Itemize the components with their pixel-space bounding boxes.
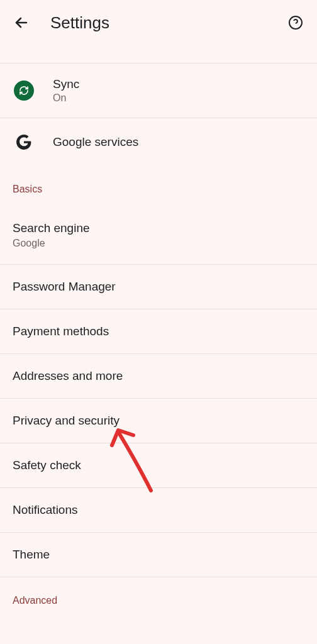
addresses-label: Addresses and more bbox=[13, 369, 304, 383]
sync-icon bbox=[14, 80, 34, 101]
back-button[interactable] bbox=[13, 14, 30, 31]
safety-check-label: Safety check bbox=[13, 458, 304, 472]
search-engine-label: Search engine bbox=[13, 221, 304, 235]
help-button[interactable] bbox=[287, 14, 304, 31]
sync-item[interactable]: Sync On bbox=[0, 64, 317, 118]
sync-icon-wrap bbox=[13, 79, 35, 102]
section-advanced: Advanced bbox=[0, 577, 317, 614]
privacy-security-label: Privacy and security bbox=[13, 414, 304, 428]
google-icon bbox=[16, 134, 32, 150]
payment-methods-label: Payment methods bbox=[13, 325, 304, 338]
google-services-label: Google services bbox=[53, 135, 138, 149]
notifications-label: Notifications bbox=[13, 503, 304, 517]
search-engine-value: Google bbox=[13, 238, 304, 249]
password-manager-label: Password Manager bbox=[13, 280, 304, 294]
back-arrow-icon bbox=[14, 15, 29, 30]
privacy-security-item[interactable]: Privacy and security bbox=[0, 399, 317, 443]
google-services-item[interactable]: Google services bbox=[0, 118, 317, 166]
theme-item[interactable]: Theme bbox=[0, 533, 317, 577]
safety-check-item[interactable]: Safety check bbox=[0, 443, 317, 488]
section-basics: Basics bbox=[0, 166, 317, 203]
google-services-text: Google services bbox=[53, 135, 138, 149]
addresses-item[interactable]: Addresses and more bbox=[0, 354, 317, 399]
sync-text: Sync On bbox=[53, 77, 79, 104]
header: Settings bbox=[0, 0, 317, 45]
sync-label: Sync bbox=[53, 77, 79, 91]
theme-label: Theme bbox=[13, 548, 304, 562]
sync-status: On bbox=[53, 92, 79, 104]
password-manager-item[interactable]: Password Manager bbox=[0, 265, 317, 309]
google-icon-wrap bbox=[13, 131, 35, 153]
page-title: Settings bbox=[50, 13, 287, 33]
help-icon bbox=[288, 15, 303, 30]
search-engine-item[interactable]: Search engine Google bbox=[0, 203, 317, 265]
payment-methods-item[interactable]: Payment methods bbox=[0, 309, 317, 354]
notifications-item[interactable]: Notifications bbox=[0, 488, 317, 533]
